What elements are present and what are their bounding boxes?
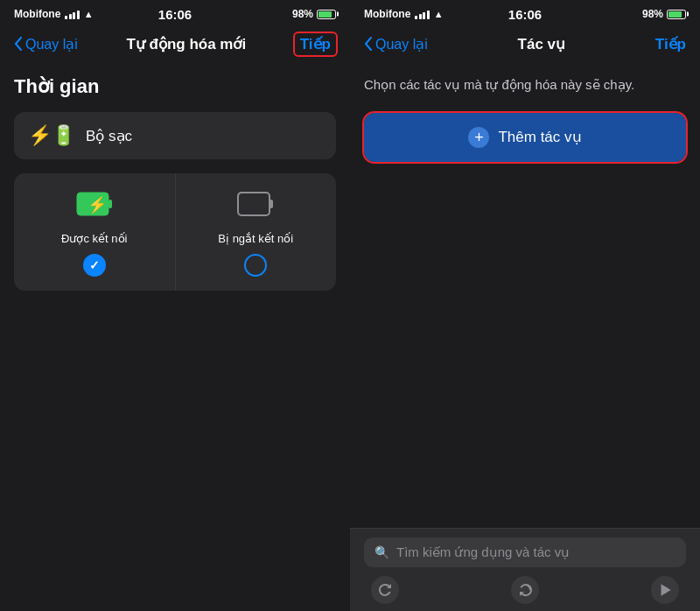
search-placeholder: Tìm kiếm ứng dụng và tác vụ [396,544,570,560]
disconnected-option[interactable]: Bị ngắt kết nối [176,173,337,291]
connection-options: ⚡ Được kết nối ✓ Bị ngắt kết nối [14,173,336,291]
svg-rect-4 [270,200,273,208]
left-screen: Mobifone ▲ 16:06 98% Quay lại Tự động hó… [0,0,350,611]
nav-title-left: Tự động hóa mới [126,35,246,53]
status-left-right: Mobifone ▲ [364,8,444,20]
time-right: 16:06 [508,7,542,22]
undo-button[interactable] [371,576,399,604]
empty-battery-icon [236,189,275,219]
battery-fill-left [318,11,332,18]
play-button[interactable] [651,576,679,604]
search-icon: 🔍 [374,545,389,559]
connected-label: Được kết nối [61,232,127,245]
carrier-right: Mobifone [364,8,410,20]
undo-icon [378,583,392,597]
svg-text:⚡: ⚡ [88,195,108,214]
charger-card[interactable]: ⚡🔋 Bộ sạc [14,112,336,159]
charging-icon: ⚡ [75,189,114,223]
wifi-icon-left: ▲ [84,9,94,19]
nav-action-right[interactable]: Tiếp [655,35,686,53]
chevron-left-icon-right [364,37,373,51]
battery-fill-right [668,11,682,18]
connected-checkbox[interactable]: ✓ [83,254,106,277]
nav-bar-right: Quay lại Tác vụ Tiếp [350,26,700,65]
svg-rect-1 [108,200,112,208]
signal-bars-left [65,9,80,19]
redo-button[interactable] [511,576,539,604]
status-bar-left: Mobifone ▲ 16:06 98% [0,0,350,26]
bottom-search-area: 🔍 Tìm kiếm ứng dụng và tác vụ [350,528,700,611]
back-button-right[interactable]: Quay lại [364,36,428,53]
bottom-controls [364,576,686,604]
battery-pct-right: 98% [642,8,663,20]
disconnected-label: Bị ngắt kết nối [218,232,293,245]
add-task-button[interactable]: + Thêm tác vụ [364,113,686,162]
search-bar[interactable]: 🔍 Tìm kiếm ứng dụng và tác vụ [364,537,686,567]
svg-rect-3 [238,193,270,215]
chevron-left-icon-left [14,37,23,51]
right-screen: Mobifone ▲ 16:06 98% Quay lại Tác vụ Ti [350,0,700,611]
left-content: Thời gian ⚡🔋 Bộ sạc ⚡ Được kết nối [0,65,350,611]
redo-icon [518,583,532,597]
checkmark-icon: ✓ [89,258,100,272]
connected-option[interactable]: ⚡ Được kết nối ✓ [14,173,176,291]
nav-title-right: Tác vụ [518,35,565,53]
battery-pct-left: 98% [292,8,313,20]
battery-icon-right [667,10,686,19]
back-label-left: Quay lại [25,36,78,53]
battery-empty-icon [236,189,275,223]
plus-circle-icon: + [468,127,489,148]
add-task-label: Thêm tác vụ [498,128,581,146]
disconnected-checkbox[interactable] [244,254,267,277]
status-left: Mobifone ▲ [14,8,94,20]
play-icon [657,582,673,598]
battery-icon-left [317,10,336,19]
time-left: 16:06 [158,7,192,22]
signal-bars-right [415,9,430,19]
description-text: Chọn các tác vụ mà tự động hóa này sẽ ch… [364,75,686,95]
status-right-right: 98% [642,8,686,20]
nav-bar-left: Quay lại Tự động hóa mới Tiếp [0,26,350,65]
back-button-left[interactable]: Quay lại [14,36,78,53]
status-right-left: 98% [292,8,336,20]
back-label-right: Quay lại [375,36,428,53]
charger-icon: ⚡🔋 [28,124,75,147]
wifi-icon-right: ▲ [434,9,444,19]
section-title-left: Thời gian [14,75,336,98]
charging-battery-icon: ⚡ [75,189,114,219]
nav-action-left[interactable]: Tiếp [295,33,336,55]
charger-label: Bộ sạc [86,127,132,145]
carrier-left: Mobifone [14,8,60,20]
status-bar-right: Mobifone ▲ 16:06 98% [350,0,700,26]
